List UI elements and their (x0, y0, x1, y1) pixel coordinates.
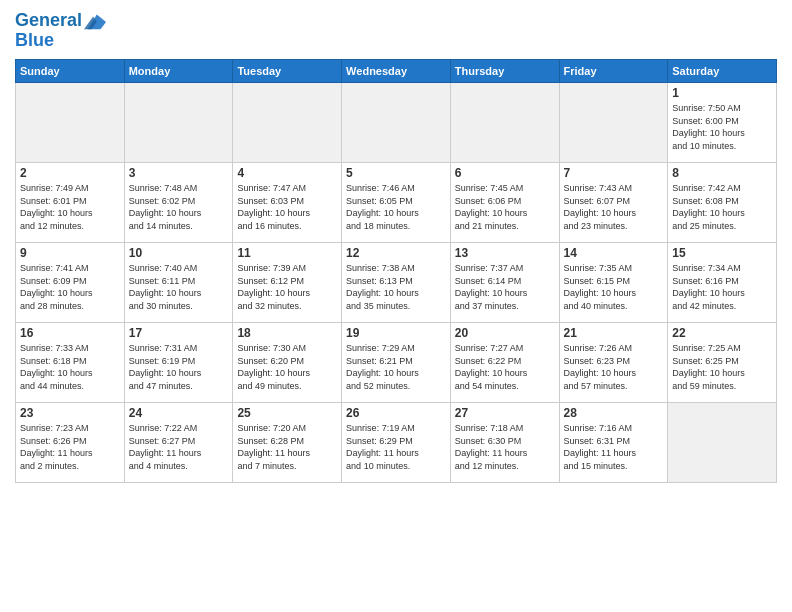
day-cell (559, 83, 668, 163)
day-cell: 23Sunrise: 7:23 AM Sunset: 6:26 PM Dayli… (16, 403, 125, 483)
day-cell: 1Sunrise: 7:50 AM Sunset: 6:00 PM Daylig… (668, 83, 777, 163)
day-cell: 12Sunrise: 7:38 AM Sunset: 6:13 PM Dayli… (342, 243, 451, 323)
day-number: 25 (237, 406, 337, 420)
weekday-header-friday: Friday (559, 60, 668, 83)
day-info: Sunrise: 7:16 AM Sunset: 6:31 PM Dayligh… (564, 422, 664, 472)
day-number: 10 (129, 246, 229, 260)
day-cell: 25Sunrise: 7:20 AM Sunset: 6:28 PM Dayli… (233, 403, 342, 483)
day-info: Sunrise: 7:34 AM Sunset: 6:16 PM Dayligh… (672, 262, 772, 312)
day-number: 12 (346, 246, 446, 260)
day-cell: 11Sunrise: 7:39 AM Sunset: 6:12 PM Dayli… (233, 243, 342, 323)
day-cell: 8Sunrise: 7:42 AM Sunset: 6:08 PM Daylig… (668, 163, 777, 243)
day-number: 8 (672, 166, 772, 180)
day-number: 2 (20, 166, 120, 180)
calendar-header: General Blue (15, 10, 777, 51)
day-info: Sunrise: 7:48 AM Sunset: 6:02 PM Dayligh… (129, 182, 229, 232)
day-number: 9 (20, 246, 120, 260)
day-info: Sunrise: 7:41 AM Sunset: 6:09 PM Dayligh… (20, 262, 120, 312)
day-info: Sunrise: 7:49 AM Sunset: 6:01 PM Dayligh… (20, 182, 120, 232)
day-number: 27 (455, 406, 555, 420)
logo-icon (84, 10, 106, 32)
week-row-4: 23Sunrise: 7:23 AM Sunset: 6:26 PM Dayli… (16, 403, 777, 483)
day-cell: 4Sunrise: 7:47 AM Sunset: 6:03 PM Daylig… (233, 163, 342, 243)
day-cell: 22Sunrise: 7:25 AM Sunset: 6:25 PM Dayli… (668, 323, 777, 403)
day-info: Sunrise: 7:42 AM Sunset: 6:08 PM Dayligh… (672, 182, 772, 232)
day-cell: 27Sunrise: 7:18 AM Sunset: 6:30 PM Dayli… (450, 403, 559, 483)
day-info: Sunrise: 7:33 AM Sunset: 6:18 PM Dayligh… (20, 342, 120, 392)
day-cell: 16Sunrise: 7:33 AM Sunset: 6:18 PM Dayli… (16, 323, 125, 403)
day-info: Sunrise: 7:37 AM Sunset: 6:14 PM Dayligh… (455, 262, 555, 312)
day-number: 19 (346, 326, 446, 340)
weekday-header-thursday: Thursday (450, 60, 559, 83)
day-cell: 2Sunrise: 7:49 AM Sunset: 6:01 PM Daylig… (16, 163, 125, 243)
day-number: 24 (129, 406, 229, 420)
week-row-0: 1Sunrise: 7:50 AM Sunset: 6:00 PM Daylig… (16, 83, 777, 163)
day-cell (124, 83, 233, 163)
day-cell: 9Sunrise: 7:41 AM Sunset: 6:09 PM Daylig… (16, 243, 125, 323)
day-info: Sunrise: 7:46 AM Sunset: 6:05 PM Dayligh… (346, 182, 446, 232)
logo: General Blue (15, 10, 106, 51)
day-info: Sunrise: 7:19 AM Sunset: 6:29 PM Dayligh… (346, 422, 446, 472)
day-number: 16 (20, 326, 120, 340)
weekday-header-saturday: Saturday (668, 60, 777, 83)
day-cell: 13Sunrise: 7:37 AM Sunset: 6:14 PM Dayli… (450, 243, 559, 323)
calendar-table: SundayMondayTuesdayWednesdayThursdayFrid… (15, 59, 777, 483)
day-info: Sunrise: 7:29 AM Sunset: 6:21 PM Dayligh… (346, 342, 446, 392)
weekday-header-wednesday: Wednesday (342, 60, 451, 83)
day-cell: 15Sunrise: 7:34 AM Sunset: 6:16 PM Dayli… (668, 243, 777, 323)
day-info: Sunrise: 7:25 AM Sunset: 6:25 PM Dayligh… (672, 342, 772, 392)
day-cell: 6Sunrise: 7:45 AM Sunset: 6:06 PM Daylig… (450, 163, 559, 243)
day-cell: 20Sunrise: 7:27 AM Sunset: 6:22 PM Dayli… (450, 323, 559, 403)
day-info: Sunrise: 7:47 AM Sunset: 6:03 PM Dayligh… (237, 182, 337, 232)
day-info: Sunrise: 7:23 AM Sunset: 6:26 PM Dayligh… (20, 422, 120, 472)
day-cell: 26Sunrise: 7:19 AM Sunset: 6:29 PM Dayli… (342, 403, 451, 483)
day-info: Sunrise: 7:50 AM Sunset: 6:00 PM Dayligh… (672, 102, 772, 152)
day-cell (16, 83, 125, 163)
day-cell: 3Sunrise: 7:48 AM Sunset: 6:02 PM Daylig… (124, 163, 233, 243)
day-number: 23 (20, 406, 120, 420)
day-cell: 5Sunrise: 7:46 AM Sunset: 6:05 PM Daylig… (342, 163, 451, 243)
day-number: 3 (129, 166, 229, 180)
day-number: 18 (237, 326, 337, 340)
day-info: Sunrise: 7:39 AM Sunset: 6:12 PM Dayligh… (237, 262, 337, 312)
day-cell: 18Sunrise: 7:30 AM Sunset: 6:20 PM Dayli… (233, 323, 342, 403)
day-cell: 10Sunrise: 7:40 AM Sunset: 6:11 PM Dayli… (124, 243, 233, 323)
day-number: 17 (129, 326, 229, 340)
day-info: Sunrise: 7:31 AM Sunset: 6:19 PM Dayligh… (129, 342, 229, 392)
day-number: 20 (455, 326, 555, 340)
calendar-header-row: SundayMondayTuesdayWednesdayThursdayFrid… (16, 60, 777, 83)
day-info: Sunrise: 7:18 AM Sunset: 6:30 PM Dayligh… (455, 422, 555, 472)
day-number: 28 (564, 406, 664, 420)
week-row-2: 9Sunrise: 7:41 AM Sunset: 6:09 PM Daylig… (16, 243, 777, 323)
weekday-header-tuesday: Tuesday (233, 60, 342, 83)
day-info: Sunrise: 7:35 AM Sunset: 6:15 PM Dayligh… (564, 262, 664, 312)
day-number: 11 (237, 246, 337, 260)
week-row-3: 16Sunrise: 7:33 AM Sunset: 6:18 PM Dayli… (16, 323, 777, 403)
day-cell (450, 83, 559, 163)
calendar-body: 1Sunrise: 7:50 AM Sunset: 6:00 PM Daylig… (16, 83, 777, 483)
weekday-header-monday: Monday (124, 60, 233, 83)
day-cell (233, 83, 342, 163)
day-cell: 21Sunrise: 7:26 AM Sunset: 6:23 PM Dayli… (559, 323, 668, 403)
day-cell: 24Sunrise: 7:22 AM Sunset: 6:27 PM Dayli… (124, 403, 233, 483)
day-cell: 7Sunrise: 7:43 AM Sunset: 6:07 PM Daylig… (559, 163, 668, 243)
day-cell: 28Sunrise: 7:16 AM Sunset: 6:31 PM Dayli… (559, 403, 668, 483)
day-info: Sunrise: 7:26 AM Sunset: 6:23 PM Dayligh… (564, 342, 664, 392)
day-number: 6 (455, 166, 555, 180)
day-cell: 17Sunrise: 7:31 AM Sunset: 6:19 PM Dayli… (124, 323, 233, 403)
day-info: Sunrise: 7:20 AM Sunset: 6:28 PM Dayligh… (237, 422, 337, 472)
day-number: 14 (564, 246, 664, 260)
day-cell (668, 403, 777, 483)
day-cell (342, 83, 451, 163)
day-number: 26 (346, 406, 446, 420)
day-info: Sunrise: 7:27 AM Sunset: 6:22 PM Dayligh… (455, 342, 555, 392)
day-number: 21 (564, 326, 664, 340)
day-info: Sunrise: 7:22 AM Sunset: 6:27 PM Dayligh… (129, 422, 229, 472)
day-number: 4 (237, 166, 337, 180)
day-number: 22 (672, 326, 772, 340)
day-info: Sunrise: 7:45 AM Sunset: 6:06 PM Dayligh… (455, 182, 555, 232)
logo-blue: Blue (15, 30, 106, 51)
week-row-1: 2Sunrise: 7:49 AM Sunset: 6:01 PM Daylig… (16, 163, 777, 243)
logo-text: General (15, 11, 82, 31)
weekday-header-sunday: Sunday (16, 60, 125, 83)
